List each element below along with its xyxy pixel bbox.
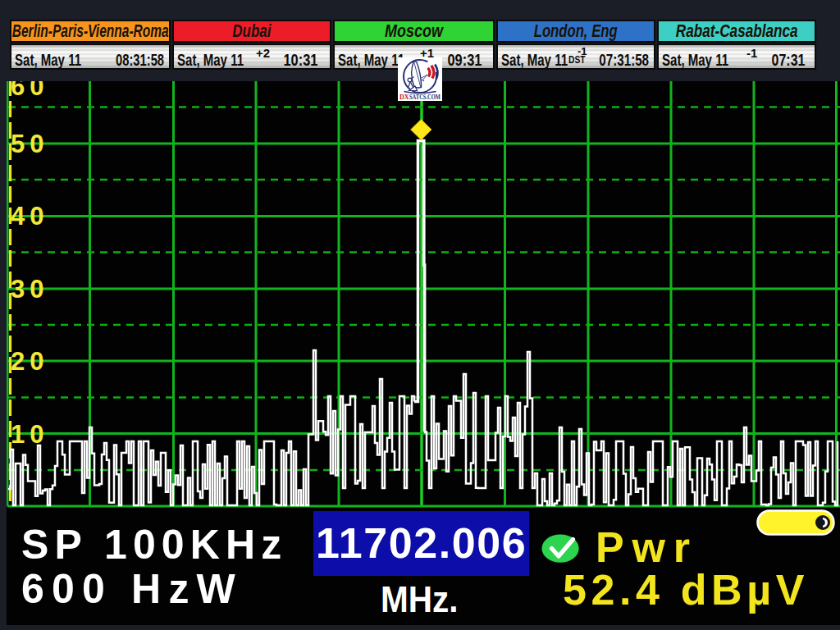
svg-text:SATCS.COM: SATCS.COM bbox=[409, 94, 441, 101]
svg-text:30: 30 bbox=[11, 275, 48, 304]
svg-text:50: 50 bbox=[11, 130, 48, 158]
svg-text:60: 60 bbox=[11, 81, 48, 101]
svg-text:20: 20 bbox=[11, 347, 48, 376]
svg-text:40: 40 bbox=[11, 202, 48, 231]
svg-text:DX: DX bbox=[399, 94, 409, 101]
svg-text:10: 10 bbox=[11, 420, 48, 449]
